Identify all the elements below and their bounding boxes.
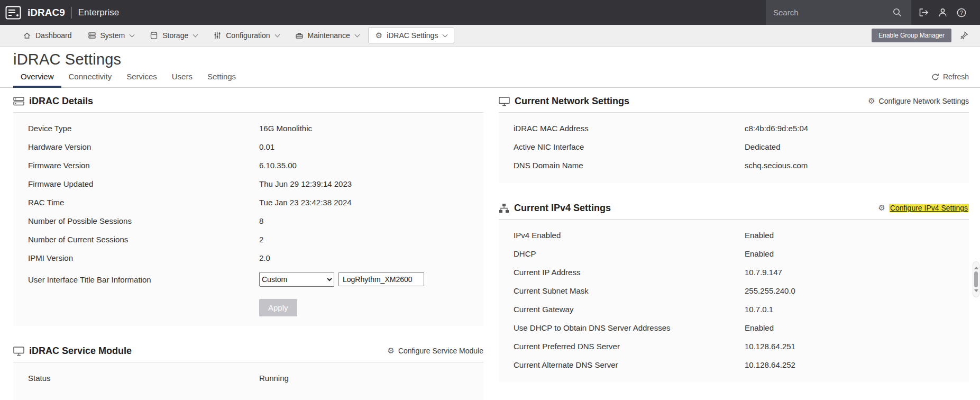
detail-row: Hardware Version 0.01 [13, 138, 483, 156]
gear-icon: ⚙ [375, 32, 382, 40]
search-input[interactable] [773, 8, 886, 17]
tab-overview[interactable]: Overview [13, 68, 61, 88]
service-module-body: Status Running [13, 362, 483, 400]
nav-label: Configuration [226, 31, 270, 40]
help-icon[interactable]: ? [955, 6, 968, 20]
detail-row: Number of Current Sessions 2 [13, 230, 483, 249]
configure-network-settings-link[interactable]: ⚙ Configure Network Settings [868, 97, 969, 105]
search-icon[interactable] [890, 6, 904, 20]
chevron-down-icon [274, 32, 280, 37]
monitor-icon [499, 96, 510, 106]
gear-icon: ⚙ [387, 347, 394, 355]
server-icon [88, 31, 96, 40]
detail-row: Current Alternate DNS Server 10.128.64.2… [499, 356, 969, 374]
monitor-icon [13, 346, 24, 356]
network-settings-body: iDRAC MAC Address c8:4b:d6:9d:e5:04 Acti… [499, 112, 969, 183]
action-label: Configure Network Settings [879, 97, 969, 105]
scrollbar-thumb[interactable] [974, 271, 978, 287]
detail-row: DHCP Enabled [499, 244, 969, 263]
nav-label: Dashboard [35, 31, 72, 40]
row-value: Tue Jan 23 23:42:38 2024 [259, 198, 477, 207]
row-value: 255.255.240.0 [745, 286, 963, 295]
right-column: Current Network Settings ⚙ Configure Net… [499, 90, 969, 396]
nav-label: iDRAC Settings [387, 31, 438, 40]
card-header: Current Network Settings ⚙ Configure Net… [499, 90, 969, 112]
detail-row: Current IP Address 10.7.9.147 [499, 263, 969, 281]
row-label: Hardware Version [28, 142, 259, 151]
row-label: Current Preferred DNS Server [514, 342, 745, 351]
tab-services[interactable]: Services [119, 68, 164, 88]
nav-item-system[interactable]: System [81, 28, 141, 43]
row-label: Number of Possible Sessions [28, 216, 259, 225]
row-value: Enabled [745, 231, 963, 240]
details-row-list: Device Type 16G Monolithic Hardware Vers… [13, 119, 483, 267]
detail-row: Device Type 16G Monolithic [13, 119, 483, 138]
card-title: Current Network Settings [515, 96, 629, 107]
detail-row: Firmware Version 6.10.35.00 [13, 156, 483, 175]
row-value: c8:4b:d6:9d:e5:04 [745, 124, 963, 133]
row-label: DHCP [514, 249, 745, 258]
server-details-icon [13, 96, 24, 106]
tab-connectivity[interactable]: Connectivity [61, 68, 120, 88]
vertical-scrollbar[interactable] [973, 261, 979, 297]
card-header: iDRAC Service Module ⚙ Configure Service… [13, 340, 483, 362]
search-box[interactable] [766, 0, 911, 25]
row-value: 16G Monolithic [259, 124, 477, 133]
tab-users[interactable]: Users [164, 68, 200, 88]
nav-item-maintenance[interactable]: Maintenance [288, 28, 366, 43]
row-label: Active NIC Interface [514, 142, 745, 151]
row-value: 10.128.64.251 [745, 342, 963, 351]
apply-button[interactable]: Apply [259, 299, 297, 316]
logout-icon[interactable] [917, 6, 930, 20]
service-module-card: iDRAC Service Module ⚙ Configure Service… [13, 340, 483, 400]
ipv4-settings-card: Current IPv4 Settings ⚙ Configure IPv4 S… [499, 197, 969, 383]
row-label: Current Subnet Mask [514, 286, 745, 295]
row-value: Running [259, 374, 477, 383]
topbar-icon-group: ? [911, 6, 980, 20]
chevron-down-icon [443, 32, 448, 37]
tab-settings[interactable]: Settings [200, 68, 243, 88]
nav-label: Maintenance [308, 31, 350, 40]
idrac-details-card: iDRAC Details Device Type 16G Monolithic… [13, 90, 483, 326]
brand-name: iDRAC9 [28, 7, 65, 19]
scroll-down-icon[interactable] [974, 289, 978, 294]
sliders-icon [213, 31, 222, 40]
edition-label: Enterprise [78, 7, 119, 18]
top-bar: iDRAC9 Enterprise [0, 0, 980, 25]
left-column: iDRAC Details Device Type 16G Monolithic… [13, 90, 483, 400]
row-value: 8 [259, 216, 477, 225]
pin-icon[interactable] [960, 31, 968, 40]
row-value: 2 [259, 235, 477, 244]
title-bar-text-input[interactable] [338, 272, 424, 286]
card-header: iDRAC Details [13, 90, 483, 112]
enable-group-manager-button[interactable]: Enable Group Manager [872, 29, 951, 42]
nav-item-configuration[interactable]: Configuration [206, 28, 286, 43]
nav-label: Storage [162, 31, 188, 40]
refresh-button[interactable]: Refresh [931, 72, 969, 81]
gear-icon: ⚙ [878, 204, 885, 212]
row-label: IPMI Version [28, 253, 259, 262]
refresh-icon [931, 73, 939, 81]
row-label: Current IP Address [514, 268, 745, 277]
detail-row: Firmware Updated Thu Jun 29 12:39:14 202… [13, 175, 483, 193]
configure-service-module-link[interactable]: ⚙ Configure Service Module [387, 347, 483, 355]
sitemap-icon [499, 203, 509, 213]
card-title: Current IPv4 Settings [514, 203, 611, 214]
row-value: 10.128.64.252 [745, 360, 963, 369]
chevron-down-icon [130, 32, 135, 37]
detail-row: iDRAC MAC Address c8:4b:d6:9d:e5:04 [499, 119, 969, 138]
user-icon[interactable] [936, 6, 949, 20]
service-row-list: Status Running [13, 369, 483, 387]
detail-row: Number of Possible Sessions 8 [13, 212, 483, 230]
scroll-up-icon[interactable] [974, 265, 978, 269]
row-label: IPv4 Enabled [514, 231, 745, 240]
title-bar-mode-select[interactable]: Custom [259, 272, 334, 287]
detail-row: IPv4 Enabled Enabled [499, 226, 969, 244]
row-label: Use DHCP to Obtain DNS Server Addresses [514, 323, 745, 332]
nav-item-idrac-settings[interactable]: ⚙ iDRAC Settings [368, 28, 455, 43]
configure-ipv4-settings-link[interactable]: ⚙ Configure IPv4 Settings [878, 204, 969, 212]
nav-item-storage[interactable]: Storage [143, 28, 204, 43]
nav-item-dashboard[interactable]: Dashboard [16, 28, 79, 43]
card-header: Current IPv4 Settings ⚙ Configure IPv4 S… [499, 197, 969, 219]
row-value: 10.7.9.147 [745, 268, 963, 277]
